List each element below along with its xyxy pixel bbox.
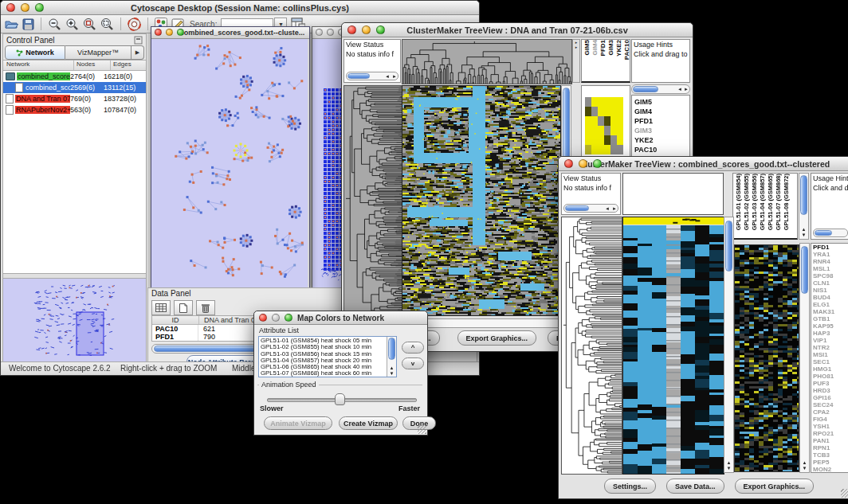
panel-splitter[interactable] — [3, 273, 146, 279]
view-status-hscrollbar[interactable]: ◄ ► — [346, 72, 398, 80]
frame-close-button[interactable] — [316, 29, 323, 36]
network-tree-row[interactable]: RNAPuberNov2+563(0)107847(0) — [3, 104, 146, 115]
close-button[interactable] — [6, 3, 15, 12]
resize-grip[interactable] — [841, 489, 848, 498]
network-tree-row[interactable]: combined_scores2764(0)16218(0) — [3, 71, 146, 82]
frame-minimize-button[interactable] — [166, 29, 173, 36]
scroll-down-arrow-icon[interactable]: ▼ — [799, 232, 808, 237]
tv2-row-dendrogram[interactable] — [561, 217, 622, 475]
usage-hscrollbar[interactable] — [813, 229, 848, 237]
animation-speed-slider-thumb[interactable] — [335, 393, 345, 405]
close-button[interactable] — [347, 25, 356, 34]
tv2-heatmap[interactable] — [622, 217, 724, 475]
treeview1-titlebar[interactable]: ClusterMaker TreeView : DNA and Tran 07-… — [342, 23, 693, 37]
create-vizmap-button[interactable]: Create Vizmap — [339, 416, 398, 430]
zoom-button[interactable] — [285, 314, 292, 322]
control-panel-tabs: Network VizMapper™ ▶ — [3, 45, 146, 60]
tab-network[interactable]: Network — [5, 45, 65, 60]
tv1-splitter-strip[interactable]: ▸▸ — [572, 39, 580, 83]
zoom-button[interactable] — [593, 159, 602, 168]
zoom-selected-icon[interactable] — [83, 18, 96, 30]
delete-attribute-button[interactable] — [196, 300, 215, 315]
tab-overflow-arrow[interactable]: ▶ — [132, 45, 144, 60]
minimize-button[interactable] — [272, 314, 280, 322]
tv2-heatmap-vscrollbar[interactable]: ▲ ▼ — [724, 217, 734, 473]
scroll-up-arrow-icon[interactable]: ▲ — [800, 460, 809, 465]
frame-zoom-button[interactable] — [177, 29, 184, 36]
animate-vizmap-button[interactable]: Animate Vizmap — [264, 416, 332, 430]
gene-label: CPA2 — [811, 408, 848, 416]
tv2-button-settings[interactable]: Settings... — [604, 479, 656, 494]
select-attributes-button[interactable] — [151, 300, 171, 315]
tv1-column-dendrogram[interactable] — [402, 39, 572, 84]
minimize-button[interactable] — [579, 159, 587, 168]
scroll-up-arrow-icon[interactable]: ▲ — [799, 227, 808, 232]
tv1-heatmap[interactable] — [402, 85, 561, 316]
tv1-row-dendrogram[interactable] — [344, 85, 402, 316]
zoom-out-icon[interactable] — [48, 18, 61, 30]
scrollbar-thumb[interactable] — [565, 205, 589, 211]
tv2-genes-vscrollbar[interactable]: ▲ ▼ — [799, 243, 810, 473]
scroll-right-arrow-icon[interactable]: ► — [612, 206, 617, 211]
network-frame-1-titlebar[interactable]: combined_scores_good.txt--cluste... — [151, 27, 309, 39]
scrollbar-thumb[interactable] — [800, 175, 807, 215]
tv1-usage-hscrollbar[interactable]: ◄ ► — [631, 84, 690, 94]
float-panel-icon[interactable] — [134, 36, 143, 45]
tv2-column-tree-area[interactable] — [622, 173, 724, 215]
scroll-up-arrow-icon[interactable]: ▲ — [724, 460, 733, 465]
help-lifering-icon[interactable] — [128, 18, 141, 31]
scroll-left-arrow-icon[interactable]: ◄ — [605, 206, 610, 211]
tab-vizmapper[interactable]: VizMapper™ — [65, 45, 132, 60]
attribute-list-item[interactable]: GPL51-07 (GSM868) heat shock 60 min — [261, 370, 395, 377]
scroll-right-arrow-icon[interactable]: ► — [392, 74, 397, 79]
tv2-button-export-graphics[interactable]: Export Graphics... — [735, 479, 815, 494]
col-header-edges[interactable]: Edges — [111, 61, 146, 70]
zoom-in-icon[interactable] — [65, 18, 79, 30]
scroll-down-arrow-icon[interactable]: ▼ — [387, 371, 396, 376]
new-attribute-button[interactable] — [174, 300, 193, 315]
scroll-down-arrow-icon[interactable]: ▼ — [724, 466, 733, 471]
close-button[interactable] — [564, 159, 573, 168]
minimize-button[interactable] — [362, 25, 371, 34]
tv1-mini-heatmap[interactable] — [585, 97, 623, 154]
scrollbar-thumb[interactable] — [633, 86, 658, 92]
zoom-fit-icon[interactable] — [100, 18, 114, 30]
move-down-button[interactable]: v — [402, 357, 424, 369]
view-status-hscrollbar[interactable]: ◄ ► — [563, 204, 618, 213]
save-icon[interactable] — [22, 18, 34, 30]
open-folder-icon[interactable] — [5, 18, 18, 30]
resize-grip[interactable] — [418, 425, 426, 434]
frame-close-button[interactable] — [155, 29, 162, 36]
scroll-right-arrow-icon[interactable]: ► — [684, 87, 689, 92]
zoom-button[interactable] — [376, 25, 385, 34]
network-canvas[interactable] — [151, 39, 308, 287]
zoom-button[interactable] — [35, 3, 44, 12]
birds-eye-view[interactable] — [3, 279, 146, 366]
scrollbar-thumb[interactable] — [801, 246, 808, 294]
col-header-network[interactable]: Network — [3, 61, 74, 70]
attribute-list-vscrollbar[interactable]: ▲ ▼ — [387, 337, 396, 377]
treeview2-titlebar[interactable]: ClusterMaker TreeView : combined_scores_… — [559, 157, 848, 171]
tv2-labels-vscrollbar[interactable]: ▲ ▼ — [799, 173, 809, 240]
network-tree-row[interactable]: combined_sco2569(6)13112(15) — [3, 82, 146, 93]
tv2-button-save-data[interactable]: Save Data... — [666, 479, 724, 494]
minimize-button[interactable] — [21, 3, 29, 12]
scrollbar-thumb[interactable] — [725, 221, 732, 272]
scrollbar-thumb[interactable] — [347, 73, 370, 79]
tv1-button-export-graphics[interactable]: Export Graphics... — [457, 330, 537, 346]
scroll-down-arrow-icon[interactable]: ▼ — [800, 466, 809, 471]
tv2-mini-heatmap[interactable] — [734, 244, 799, 472]
scroll-left-arrow-icon[interactable]: ◄ — [677, 87, 682, 92]
col-header-nodes[interactable]: Nodes — [74, 61, 111, 70]
network-tree-row[interactable]: DNA and Tran 07769(0)183728(0) — [3, 93, 146, 104]
scrollbar-thumb[interactable] — [388, 338, 395, 360]
main-titlebar[interactable]: Cytoscape Desktop (Session Name: collins… — [1, 1, 479, 15]
dialog-titlebar[interactable]: Map Colors to Network — [254, 311, 427, 325]
scroll-up-arrow-icon[interactable]: ▲ — [387, 365, 396, 370]
id-column-header[interactable]: ID — [152, 316, 199, 324]
scrollbar-thumb[interactable] — [815, 230, 832, 236]
frame-minimize-button[interactable] — [327, 29, 334, 36]
move-up-button[interactable]: ^ — [402, 342, 424, 354]
scroll-left-arrow-icon[interactable]: ◄ — [385, 74, 390, 79]
close-button[interactable] — [259, 314, 267, 322]
